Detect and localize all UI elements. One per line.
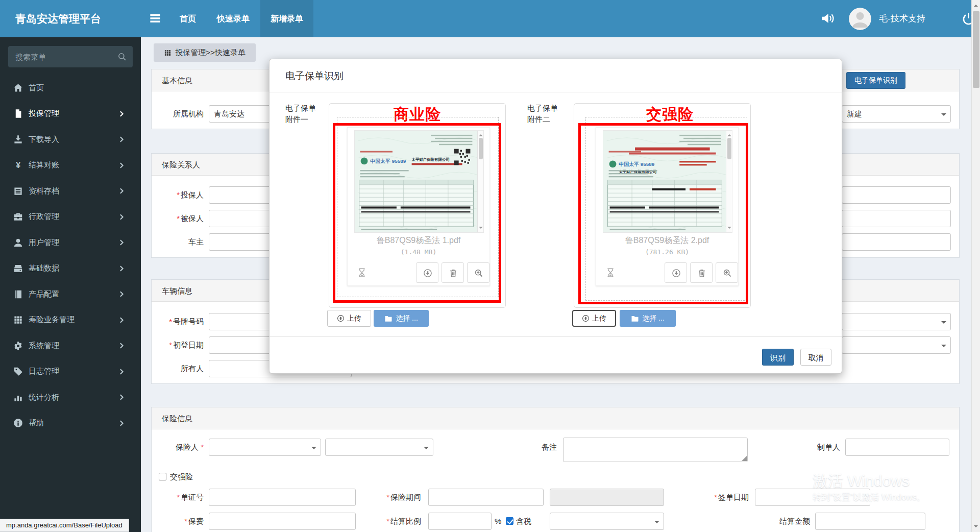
sidebar-item-help[interactable]: 帮助 xyxy=(0,410,141,437)
owner-extra-input[interactable] xyxy=(842,233,951,251)
modal-footer: 识别 取消 xyxy=(270,336,842,374)
scroll-up-icon[interactable] xyxy=(974,3,978,7)
insured-label: 被保人 xyxy=(152,210,204,227)
tax-checkbox[interactable] xyxy=(506,517,513,525)
sidebar-item-logs[interactable]: 日志管理 xyxy=(0,359,141,385)
sidebar-item-archives[interactable]: 资料存档 xyxy=(0,178,141,204)
grid-icon xyxy=(13,315,23,325)
status-select[interactable]: 新建 xyxy=(842,105,951,123)
section-insurance: 保险信息 保险人 备注 制单人 交强险 单证号 保险期间 签单日期 保费 结算比… xyxy=(151,407,960,532)
sidebar-item-policy-mgmt[interactable]: 投保管理 xyxy=(0,101,141,127)
svg-text:¥: ¥ xyxy=(16,161,21,171)
owner-label: 车主 xyxy=(152,233,204,251)
ratio-label: 结算比例 xyxy=(380,513,421,530)
percent-label: % xyxy=(495,513,503,530)
scroll-down-icon[interactable] xyxy=(974,525,978,529)
upload-button-1[interactable]: 上传 xyxy=(327,310,371,327)
ratio-input[interactable] xyxy=(428,513,492,530)
username[interactable]: 毛-技术支持 xyxy=(879,0,925,37)
jqx-checkbox[interactable] xyxy=(159,473,166,480)
speaker-icon[interactable] xyxy=(820,11,835,26)
page-scrollbar[interactable] xyxy=(971,0,980,532)
period-input-1[interactable] xyxy=(428,489,544,506)
chevron-right-icon xyxy=(118,264,125,273)
insured-extra-input[interactable] xyxy=(842,210,951,227)
maker-label: 制单人 xyxy=(804,439,840,456)
period-input-2[interactable] xyxy=(550,489,664,506)
windows-activation-watermark: 激活 Windows xyxy=(813,471,910,492)
recognize-button[interactable]: 识别 xyxy=(762,349,794,366)
tag-icon xyxy=(13,367,23,376)
modal-title: 电子保单识别 xyxy=(285,59,344,92)
choose-button-2[interactable]: 选择 ... xyxy=(620,310,676,327)
amount-input[interactable] xyxy=(815,513,925,530)
sidebar-item-admin[interactable]: 行政管理 xyxy=(0,204,141,230)
chevron-right-icon xyxy=(118,289,125,299)
sidebar-item-base-data[interactable]: 基础数据 xyxy=(0,256,141,282)
vehicle-select-2[interactable] xyxy=(842,336,951,354)
maker-input[interactable] xyxy=(845,439,949,456)
vehicle-select-1[interactable] xyxy=(842,313,951,330)
sidebar-item-settlement[interactable]: ¥结算对账 xyxy=(0,153,141,179)
grid-icon xyxy=(164,49,172,57)
attachment2-label: 电子保单 附件二 xyxy=(527,103,573,125)
tab-new-entry[interactable]: 新增录单 xyxy=(260,0,313,37)
search-input[interactable] xyxy=(8,46,110,67)
remark-textarea[interactable] xyxy=(563,438,748,462)
regdate-label: 初登日期 xyxy=(152,336,204,354)
file-icon xyxy=(13,109,23,118)
attachment2-panel: 交强险 中国太平 95589太平财产保险有限公司 鲁B87QS9杨圣法 2.pd… xyxy=(574,103,751,308)
choose-button-1[interactable]: 选择 ... xyxy=(374,310,429,327)
database-icon xyxy=(13,263,23,273)
chevron-right-icon xyxy=(118,341,125,350)
sidebar-item-life-insurance[interactable]: 寿险业务管理 xyxy=(0,307,141,333)
upload-circle-icon xyxy=(582,315,590,322)
upload-button-2[interactable]: 上传 xyxy=(572,310,616,327)
org-label: 所属机构 xyxy=(152,105,204,123)
tax-label: 含税 xyxy=(516,513,536,530)
applicant-extra-input[interactable] xyxy=(842,186,951,204)
premium-input[interactable] xyxy=(209,513,356,530)
book-icon xyxy=(13,289,23,299)
docno-label: 单证号 xyxy=(152,489,204,506)
windows-activation-watermark-sub: 转到“设置”以激活 Windows。 xyxy=(813,491,925,503)
premium-label: 保费 xyxy=(152,513,204,530)
sidebar-item-statistics[interactable]: 统计分析 xyxy=(0,384,141,410)
sidebar-item-users[interactable]: 用户管理 xyxy=(0,230,141,256)
top-navbar: 青岛安达管理平台 首页 快速录单 新增录单 毛-技术支持 xyxy=(0,0,980,37)
annotation-rect xyxy=(578,123,748,304)
avatar[interactable] xyxy=(849,8,871,30)
sidebar-search xyxy=(8,46,133,67)
insurer-select-1[interactable] xyxy=(209,439,321,456)
sidebar: 首页 投保管理 下载导入 ¥结算对账 资料存档 行政管理 用户管理 基础数据 产… xyxy=(0,37,141,532)
tab-quick-entry[interactable]: 快速录单 xyxy=(208,0,258,37)
archive-icon xyxy=(13,186,23,196)
attachment1-label: 电子保单 附件一 xyxy=(285,103,331,125)
docno-input[interactable] xyxy=(209,489,356,506)
chevron-right-icon xyxy=(118,109,125,118)
insurer-select-2[interactable] xyxy=(325,439,433,456)
holder-label: 所有人 xyxy=(152,360,204,377)
tax-rate-select[interactable] xyxy=(550,513,664,530)
sidebar-item-product-config[interactable]: 产品配置 xyxy=(0,281,141,307)
hamburger-icon[interactable] xyxy=(149,13,161,24)
upload-circle-icon xyxy=(337,315,345,322)
yen-icon: ¥ xyxy=(13,160,23,170)
info-icon xyxy=(13,418,23,428)
scroll-thumb[interactable] xyxy=(973,11,979,88)
ocr-button[interactable]: 电子保单识别 xyxy=(846,72,905,89)
period-label: 保险期间 xyxy=(380,489,421,506)
jqx-label: 交强险 xyxy=(170,468,206,486)
sidebar-item-download-import[interactable]: 下载导入 xyxy=(0,127,141,153)
tab-home[interactable]: 首页 xyxy=(169,0,206,37)
cancel-button[interactable]: 取消 xyxy=(800,349,831,366)
sidebar-item-home[interactable]: 首页 xyxy=(0,75,141,101)
applicant-label: 投保人 xyxy=(152,186,204,204)
modal-header: 电子保单识别 xyxy=(270,59,842,92)
briefcase-icon xyxy=(13,212,23,222)
annotation-rect xyxy=(333,123,501,303)
search-icon[interactable] xyxy=(117,52,127,61)
ocr-modal: 电子保单识别 电子保单 附件一 商业险 中国太平 95589太平财产保险有限公司… xyxy=(269,59,842,374)
sidebar-item-system[interactable]: 系统管理 xyxy=(0,333,141,359)
chevron-right-icon xyxy=(118,419,125,428)
